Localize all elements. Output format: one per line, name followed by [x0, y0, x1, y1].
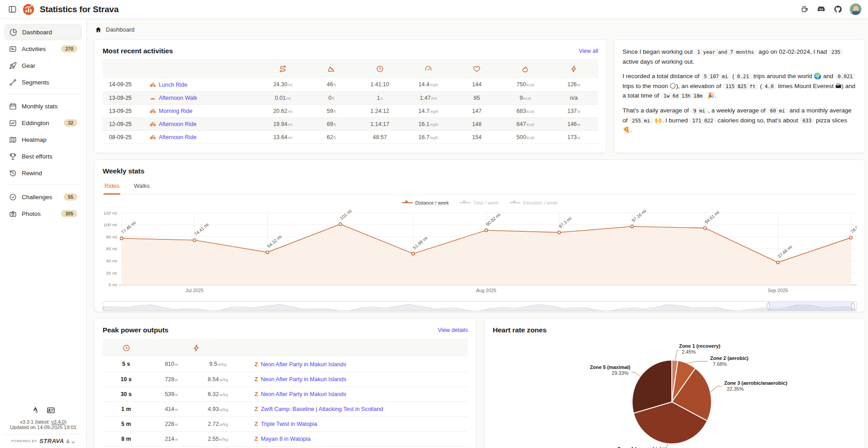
stat-chip: 633: [800, 117, 814, 124]
activity-metric: 1s: [356, 91, 404, 104]
tab-rides[interactable]: Rides: [104, 179, 120, 195]
sidebar-item-label: Photos: [22, 210, 56, 217]
activity-metric: 173w: [550, 131, 598, 144]
summary-text: Since I began working out: [623, 48, 694, 55]
peak-watts-per-kg: 9.5w/kg: [193, 357, 243, 372]
view-details-link[interactable]: View details: [438, 327, 468, 333]
weekly-tabs: Rides Walks: [103, 179, 857, 195]
sidebar-item-challenges[interactable]: Challenges55: [5, 189, 82, 205]
activity-date: 13-09-25: [103, 104, 150, 117]
activity-metric: 1:41:10: [356, 78, 404, 91]
peak-watts-per-kg: 8.54w/kg: [193, 372, 243, 387]
coffee-icon[interactable]: [799, 5, 809, 14]
activity-link[interactable]: Morning Ride: [159, 108, 192, 114]
pie-label: Zone 2 (aerobic): [710, 355, 749, 361]
sidebar-item-gear[interactable]: Gear: [5, 57, 82, 74]
stat-chip: 1 year and 7 months: [694, 49, 757, 56]
activity-link[interactable]: Afternoon Ride: [159, 134, 196, 140]
view-all-link[interactable]: View all: [579, 48, 598, 54]
map-icon: [9, 136, 17, 144]
activity-link[interactable]: Neon After Party in Makuri Islands: [261, 361, 346, 368]
chart-range-navigator[interactable]: [103, 301, 857, 311]
summary-paragraph: That's a daily average of 9 mi, a weekly…: [623, 106, 857, 135]
activity-link[interactable]: Afternoon Ride: [159, 121, 196, 127]
peak-watts-per-kg: 2.55w/kg: [193, 431, 243, 446]
summary-text: 🙌. I burned: [653, 117, 689, 124]
activity-link[interactable]: Zwift Camp: Baseline | Attacking Test in…: [261, 406, 383, 412]
activity-link[interactable]: Triple Twist in Watopia: [261, 421, 317, 427]
navigator-selection[interactable]: [768, 302, 853, 311]
breadcrumb-label: Dashboard: [106, 26, 135, 33]
sidebar-item-activities[interactable]: Activities270: [5, 41, 82, 57]
peak-duration: 5 m: [103, 416, 150, 431]
activity-metric: 154: [453, 131, 501, 144]
sidebar-item-best-efforts[interactable]: Best efforts: [5, 148, 82, 164]
legend-time-week[interactable]: Time / week: [460, 200, 499, 205]
sidebar-item-label: Activities: [22, 46, 56, 52]
sidebar-item-monthly-stats[interactable]: Monthly stats: [5, 98, 82, 114]
peak-duration: 30 s: [103, 387, 150, 401]
activity-metric: 1:14:17: [356, 117, 404, 131]
activity-metric: 62ft: [307, 131, 355, 144]
peak-duration: 5 s: [103, 357, 150, 372]
sidebar-item-label: Best efforts: [22, 153, 77, 160]
peak-watts: 204w: [150, 446, 193, 448]
weekly-chart-svg: 0 mi20 mi40 mi60 mi80 mi100 mi120 miJul …: [103, 207, 857, 296]
activity-link[interactable]: Lunch Ride: [159, 82, 187, 88]
sidebar-item-eddington[interactable]: Eddington32: [5, 115, 82, 131]
heart-rate-zones-title: Heart rate zones: [493, 326, 547, 334]
sidebar-toggle-icon[interactable]: [7, 5, 17, 14]
github-icon[interactable]: [833, 5, 843, 14]
latest-version-link[interactable]: v3.4.0: [51, 419, 65, 425]
activity-metric: 20.62mi: [259, 104, 307, 117]
activity-link[interactable]: Neon After Party in Makuri Islands: [261, 376, 346, 383]
sidebar-item-label: Monthly stats: [22, 103, 77, 110]
svg-text:40 mi: 40 mi: [106, 258, 117, 263]
updated-line: Updated on 14-09-2025 19:01: [4, 425, 83, 430]
stat-chip: 1w 6d 13h 18m: [661, 93, 705, 99]
sidebar-item-label: Dashboard: [22, 29, 77, 36]
coffee-icon: [800, 5, 809, 14]
avatar[interactable]: [849, 3, 862, 15]
sidebar-item-photos[interactable]: Photos305: [5, 205, 82, 222]
peak-watts: 214w: [150, 431, 193, 446]
svg-text:80 mi: 80 mi: [106, 234, 117, 239]
sidebar-item-label: Heatmap: [22, 136, 77, 143]
peak-duration: 10 s: [103, 372, 150, 387]
breadcrumb: Dashboard: [94, 24, 865, 33]
segments-icon: [9, 79, 17, 86]
navigator-handle-right[interactable]: [851, 303, 854, 309]
sidebar-item-dashboard[interactable]: Dashboard: [5, 24, 82, 40]
navigator-handle-left[interactable]: [767, 303, 770, 309]
legend-distance-week[interactable]: Distance / week: [402, 200, 449, 205]
discord-icon[interactable]: [816, 5, 826, 14]
sidebar-item-rewind[interactable]: Rewind: [5, 165, 82, 181]
activity-date: 13-09-25: [103, 91, 150, 104]
activity-metric: 647kcal: [501, 117, 549, 131]
stat-chip: 171 022: [689, 117, 716, 124]
activity-metric: 19.94mi: [259, 117, 307, 131]
activity-metric: 14.4mph: [404, 78, 453, 91]
strava-mark-icon[interactable]: [32, 406, 40, 415]
activity-metric: 126w: [550, 78, 598, 91]
activity-link[interactable]: Afternoon Walk: [159, 95, 197, 101]
sidebar-item-segments[interactable]: Segments: [5, 74, 82, 90]
activity-link[interactable]: Neon After Party in Makuri Islands: [261, 391, 346, 397]
rocket-icon: [9, 62, 17, 70]
recent-activities-table: 14-09-25 Lunch Ride24.30mi46ft1:41:1014.…: [103, 59, 598, 144]
bolt-icon: [570, 65, 578, 71]
version-line: v3.3.1 (latest: v3.4.0): [4, 419, 83, 425]
summary-text: ago on 02-02-2024, I had: [757, 48, 829, 55]
bike-icon: [150, 121, 156, 127]
activity-link[interactable]: Mayan 8 in Watopia: [261, 436, 311, 442]
count-badge: 32: [64, 119, 77, 126]
tab-walks[interactable]: Walks: [133, 179, 151, 195]
stat-chip: 0.021: [835, 73, 855, 80]
activity-metric: 137w: [550, 104, 598, 117]
id-card-icon[interactable]: [47, 406, 55, 415]
legend-elevation-week[interactable]: Elevation / week: [509, 200, 557, 205]
activity-metric: 46ft: [307, 78, 355, 91]
svg-text:Sep 2025: Sep 2025: [768, 288, 788, 293]
sidebar-divider: [6, 185, 80, 185]
sidebar-item-heatmap[interactable]: Heatmap: [5, 131, 82, 148]
